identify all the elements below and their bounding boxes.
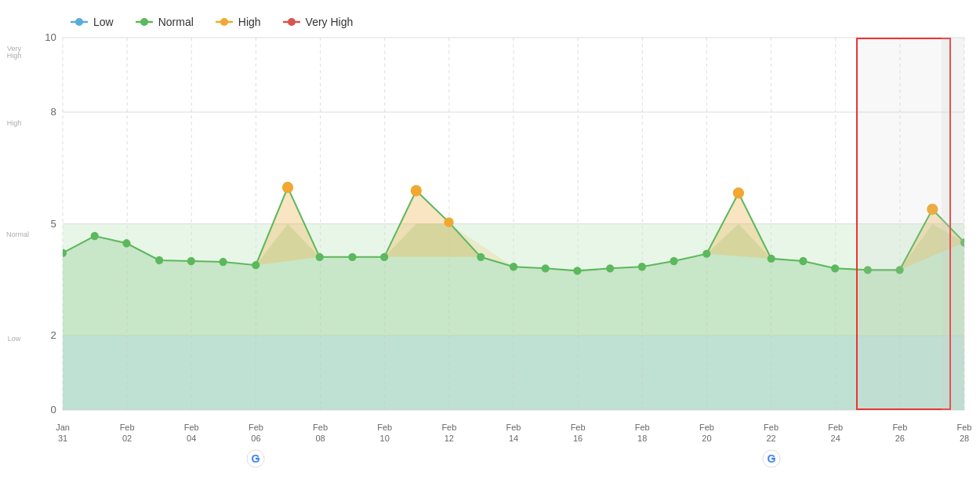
- svg-point-36: [542, 264, 550, 272]
- svg-point-52: [927, 204, 938, 215]
- x-label-feb26: Feb26: [892, 422, 907, 445]
- svg-point-50: [444, 217, 453, 227]
- chart-svg: 10 8 5 2 0: [63, 38, 964, 410]
- svg-point-40: [670, 257, 677, 265]
- chart-container: Low Normal High Very High: [0, 0, 980, 490]
- svg-point-24: [59, 249, 67, 257]
- x-label-jan31: Jan31: [56, 422, 70, 445]
- svg-point-30: [252, 261, 260, 269]
- svg-point-25: [91, 232, 99, 240]
- svg-point-46: [895, 266, 903, 274]
- x-label-feb24: Feb24: [828, 422, 843, 445]
- chart-area: VeryHigh High Normal Low: [63, 38, 964, 410]
- legend-label-normal: Normal: [158, 16, 194, 28]
- legend-label-low: Low: [93, 16, 114, 28]
- x-label-feb20: Feb20: [699, 422, 714, 445]
- google-icon-feb06: G: [246, 449, 265, 471]
- svg-point-34: [477, 253, 485, 261]
- svg-point-39: [638, 263, 646, 270]
- svg-point-7: [288, 18, 296, 26]
- x-label-feb16: Feb16: [571, 422, 586, 445]
- x-label-feb06: Feb06: [249, 422, 263, 445]
- svg-point-26: [122, 239, 130, 247]
- x-label-feb04: Feb04: [184, 422, 199, 445]
- y-band-low: Low: [6, 336, 22, 343]
- svg-point-51: [733, 187, 744, 198]
- x-axis: Jan31 Feb02 Feb04 Feb06 Feb08 Feb10 Feb1…: [63, 422, 964, 453]
- svg-point-41: [702, 250, 710, 258]
- y-tick-5: 5: [51, 218, 56, 230]
- svg-point-48: [282, 182, 293, 193]
- svg-point-37: [573, 267, 581, 274]
- svg-point-43: [799, 257, 807, 265]
- legend-icon-very-high: [283, 17, 300, 27]
- legend-icon-normal: [136, 17, 153, 27]
- y-band-normal: Normal: [6, 231, 22, 239]
- svg-point-35: [510, 263, 517, 270]
- legend-icon-low: [71, 17, 88, 27]
- x-label-feb02: Feb02: [120, 422, 135, 445]
- y-band-high: High: [6, 120, 22, 128]
- svg-point-44: [831, 264, 839, 272]
- y-band-very-high: VeryHigh: [6, 45, 22, 61]
- x-label-feb28: Feb28: [957, 422, 972, 445]
- svg-point-42: [768, 255, 775, 263]
- svg-point-33: [380, 253, 388, 261]
- y-band-labels: VeryHigh High Normal Low: [6, 38, 30, 410]
- legend-label-high: High: [238, 16, 261, 28]
- x-label-feb08: Feb08: [313, 422, 328, 445]
- x-label-feb18: Feb18: [635, 422, 650, 445]
- x-label-feb10: Feb10: [377, 422, 392, 445]
- data-dots-orange: [282, 182, 938, 227]
- y-tick-0: 0: [51, 404, 56, 416]
- svg-point-3: [140, 18, 148, 26]
- svg-point-38: [606, 264, 614, 272]
- google-icon-feb22: G: [762, 449, 781, 471]
- legend-item-high: High: [216, 16, 261, 28]
- x-label-feb12: Feb12: [441, 422, 456, 445]
- legend-icon-high: [216, 17, 233, 27]
- gray-overlay: [942, 38, 964, 410]
- x-label-feb14: Feb14: [506, 422, 521, 445]
- chart-legend: Low Normal High Very High: [63, 16, 964, 28]
- svg-point-45: [864, 266, 872, 274]
- svg-point-1: [75, 18, 83, 26]
- chart-data-group: [59, 182, 968, 410]
- svg-point-5: [220, 18, 228, 26]
- y-tick-8: 8: [51, 106, 56, 118]
- legend-item-normal: Normal: [136, 16, 194, 28]
- legend-item-very-high: Very High: [283, 16, 354, 28]
- svg-point-27: [155, 256, 163, 264]
- svg-point-29: [219, 258, 227, 266]
- x-label-feb22: Feb22: [764, 422, 779, 445]
- y-tick-2: 2: [51, 329, 56, 341]
- y-tick-10: 10: [45, 31, 56, 43]
- svg-point-32: [348, 253, 356, 261]
- svg-point-28: [187, 257, 195, 265]
- legend-label-very-high: Very High: [306, 16, 354, 28]
- svg-point-31: [316, 253, 324, 261]
- svg-point-49: [411, 185, 422, 196]
- legend-item-low: Low: [71, 16, 114, 28]
